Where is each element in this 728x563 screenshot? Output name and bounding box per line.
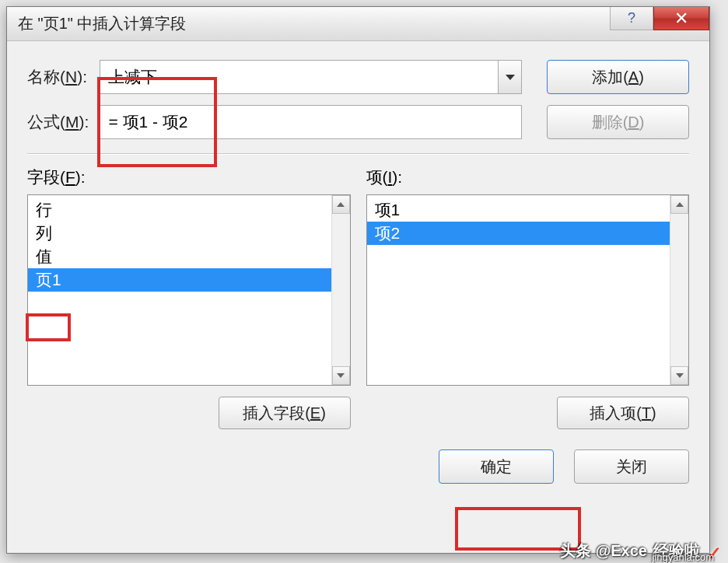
items-column: 项(I): 项1 项2 插入项(T) xyxy=(366,166,690,429)
name-dropdown-button[interactable] xyxy=(499,60,522,94)
scrollbar[interactable] xyxy=(670,195,688,385)
list-item[interactable]: 值 xyxy=(28,245,331,268)
watermark-url: jingyanla.com xyxy=(653,551,715,563)
arrow-down-icon xyxy=(337,373,345,378)
name-input[interactable] xyxy=(100,60,499,94)
insert-field-button[interactable]: 插入字段(E) xyxy=(219,397,351,429)
watermark: 头条 @Exce 经验啦 ✓ jingyanla.com xyxy=(560,540,723,561)
fields-column: 字段(F): 行 列 值 页1 xyxy=(27,166,351,429)
help-button[interactable]: ? xyxy=(610,7,653,30)
arrow-up-icon xyxy=(337,202,345,207)
divider xyxy=(27,153,689,154)
scroll-up-button[interactable] xyxy=(670,195,688,214)
items-label: 项(I): xyxy=(366,166,690,188)
arrow-down-icon xyxy=(676,373,684,378)
name-row: 名称(N): 添加(A) xyxy=(27,60,689,94)
insert-item-button[interactable]: 插入项(T) xyxy=(557,397,689,429)
chevron-down-icon xyxy=(506,75,515,80)
scroll-track[interactable] xyxy=(670,214,688,366)
titlebar-buttons: ? ✕ xyxy=(610,7,709,30)
scroll-track[interactable] xyxy=(332,214,350,366)
help-icon: ? xyxy=(628,10,635,26)
name-label: 名称(N): xyxy=(27,66,100,88)
insert-item-row: 插入项(T) xyxy=(366,397,690,429)
fields-label: 字段(F): xyxy=(27,166,351,188)
fields-listbox[interactable]: 行 列 值 页1 xyxy=(27,194,351,386)
watermark-text-left: 头条 @Exce xyxy=(560,540,647,561)
arrow-up-icon xyxy=(676,202,684,207)
scrollbar[interactable] xyxy=(331,195,350,385)
close-icon: ✕ xyxy=(674,9,688,29)
scroll-down-button[interactable] xyxy=(670,366,688,385)
add-button[interactable]: 添加(A) xyxy=(547,60,689,94)
formula-row: 公式(M): 删除(D) xyxy=(27,105,689,139)
list-item[interactable]: 项1 xyxy=(367,198,670,222)
dialog-content: 名称(N): 添加(A) 公式(M): 删除(D) xyxy=(7,41,709,498)
bottom-buttons: 确定 关闭 xyxy=(27,449,689,484)
list-item-selected[interactable]: 项2 xyxy=(367,222,670,245)
scroll-up-button[interactable] xyxy=(332,195,350,214)
insert-field-row: 插入字段(E) xyxy=(27,397,351,429)
close-button[interactable]: 关闭 xyxy=(574,449,689,484)
formula-label: 公式(M): xyxy=(27,111,100,133)
dialog-window: 在 "页1" 中插入计算字段 ? ✕ 名称(N): 添加(A) xyxy=(6,6,710,554)
formula-input[interactable] xyxy=(100,105,522,139)
fields-list-content: 行 列 值 页1 xyxy=(28,195,331,385)
items-listbox[interactable]: 项1 项2 xyxy=(366,194,690,386)
ok-button[interactable]: 确定 xyxy=(439,449,554,484)
delete-button[interactable]: 删除(D) xyxy=(547,105,689,139)
scroll-down-button[interactable] xyxy=(332,366,350,385)
dialog-title: 在 "页1" 中插入计算字段 xyxy=(18,13,186,34)
items-list-content: 项1 项2 xyxy=(367,195,670,385)
list-item[interactable]: 行 xyxy=(28,198,331,222)
window-close-button[interactable]: ✕ xyxy=(653,7,709,30)
list-item[interactable]: 列 xyxy=(28,222,331,245)
list-item-selected[interactable]: 页1 xyxy=(28,268,331,292)
lists-row: 字段(F): 行 列 值 页1 xyxy=(27,166,689,429)
titlebar: 在 "页1" 中插入计算字段 ? ✕ xyxy=(7,7,709,41)
name-combobox xyxy=(100,60,522,94)
